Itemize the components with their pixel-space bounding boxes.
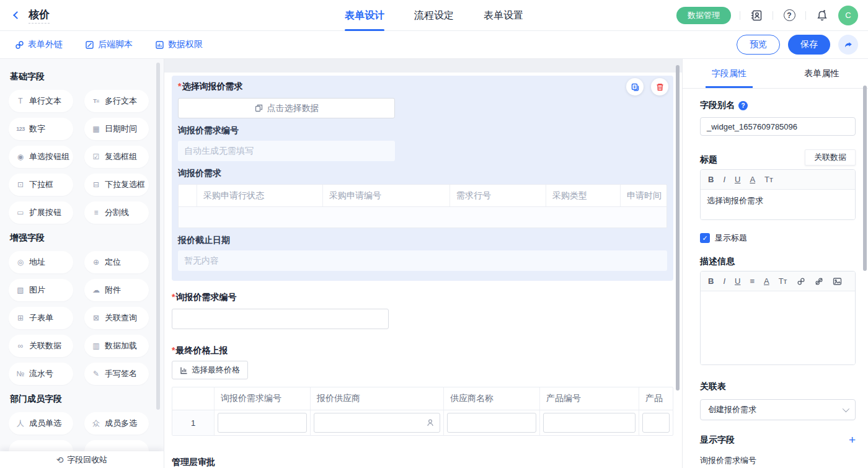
tab-flow-setting[interactable]: 流程设定 <box>413 0 455 31</box>
row-index-cell: 1 <box>172 410 215 435</box>
field-type-icon: ▧ <box>15 286 26 294</box>
remove-link-icon[interactable] <box>815 277 823 286</box>
table-header-cell: 采购类型 <box>546 185 621 206</box>
field-pill[interactable]: ◎地址 <box>9 251 73 273</box>
select-data-button[interactable]: 点击选择数据 <box>178 98 395 118</box>
font-color-icon[interactable]: A <box>764 277 769 285</box>
form-external-link-button[interactable]: 表单外链 <box>15 39 63 50</box>
related-data-button[interactable]: 关联数据 <box>805 149 856 166</box>
field-type-icon: ∞ <box>15 342 26 350</box>
field-pill[interactable]: 人成员单选 <box>9 412 73 435</box>
copy-widget-button[interactable] <box>626 78 644 95</box>
field-pill[interactable]: ⊡下拉框 <box>9 174 73 196</box>
cell-input-product-number[interactable] <box>543 413 636 433</box>
choose-final-price-button[interactable]: 选择最终价格 <box>172 361 248 379</box>
bold-icon[interactable]: B <box>708 175 714 183</box>
field-pill[interactable]: ✎手写签名 <box>84 363 149 385</box>
widget-inquiry-number[interactable]: *询报价需求编号 <box>172 292 673 329</box>
field-pill[interactable]: ◉单选按钮组 <box>9 146 73 168</box>
form-sheet: *选择询报价需求 点击选择数据 询报价需求编号 自动生成无需填写 询报价需求 采… <box>164 73 682 468</box>
field-pill[interactable]: T≡多行文本 <box>84 90 149 112</box>
widget-final-price[interactable]: *最终价格上报 选择最终价格 询报价需求编号报价供应商供应商名称产品编号产品 1 <box>172 345 673 436</box>
canvas-scrollbar[interactable] <box>676 65 680 391</box>
underline-icon[interactable]: U <box>735 175 740 183</box>
field-pill[interactable]: ▧图片 <box>9 279 73 301</box>
data-permission-button[interactable]: 数据权限 <box>155 39 203 50</box>
insert-image-icon[interactable] <box>833 277 842 286</box>
bold-icon[interactable]: B <box>708 277 714 285</box>
title-editor-content[interactable]: 选择询报价需求 <box>701 190 855 219</box>
description-editor-content[interactable] <box>701 291 855 364</box>
contacts-book-icon[interactable] <box>749 8 764 23</box>
delete-widget-button[interactable] <box>651 78 668 95</box>
preview-button[interactable]: 预览 <box>737 35 780 55</box>
selected-widget-related-data[interactable]: *选择询报价需求 点击选择数据 询报价需求编号 自动生成无需填写 询报价需求 采… <box>172 76 673 281</box>
cell-input-supplier[interactable] <box>314 413 440 433</box>
add-display-field-button[interactable]: + <box>849 434 856 446</box>
display-field-item: 询报价需求编号 <box>700 455 856 466</box>
properties-panel: 字段属性 表单属性 字段别名 ? _widget_1657609785096 标… <box>682 59 868 468</box>
help-icon[interactable]: ? <box>782 8 797 23</box>
field-pill[interactable]: ⊕定位 <box>84 251 149 273</box>
field-pill[interactable]: 众成员多选 <box>84 412 149 435</box>
backend-script-button[interactable]: 后端脚本 <box>85 39 133 50</box>
notification-bell-icon[interactable] <box>815 8 830 23</box>
font-size-icon[interactable]: Tᴛ <box>779 277 787 285</box>
field-pill-label: 单行文本 <box>29 95 61 107</box>
form-title[interactable]: 核价 <box>29 7 50 24</box>
field-pill[interactable]: ⊠关联查询 <box>84 307 149 329</box>
field-pill[interactable]: ▦日期时间 <box>84 118 149 140</box>
inquiry-number-input[interactable] <box>172 309 389 329</box>
italic-icon[interactable]: I <box>723 277 725 285</box>
field-pill[interactable]: ⊟下拉复选框 <box>84 174 149 196</box>
widget-management-approval[interactable]: 管理层审批 <box>172 457 673 468</box>
table-header-cell: 报价供应商 <box>311 387 444 410</box>
auto-number-input[interactable]: 自动生成无需填写 <box>178 141 395 161</box>
field-pill[interactable]: ▥数据加载 <box>84 335 149 357</box>
cell-input-supplier-name[interactable] <box>447 413 536 433</box>
share-button[interactable] <box>838 35 858 55</box>
cell-input-clipped[interactable] <box>642 413 670 433</box>
italic-icon[interactable]: I <box>723 175 725 183</box>
user-avatar[interactable]: C <box>838 6 858 25</box>
back-chevron-icon <box>13 11 21 19</box>
field-pill[interactable]: ≡分割线 <box>84 201 149 224</box>
panel-scrollbar[interactable] <box>863 86 867 271</box>
description-editor: B I U ≡ A Tᴛ <box>700 271 856 365</box>
section-title-member: 部门成员字段 <box>10 394 151 405</box>
font-color-icon[interactable]: A <box>750 175 755 183</box>
field-pill[interactable]: №流水号 <box>9 363 73 385</box>
field-pill[interactable]: ⊞子表单 <box>9 307 73 329</box>
data-manage-button[interactable]: 数据管理 <box>676 7 731 24</box>
field-pill[interactable]: ▭扩展按钮 <box>9 201 73 224</box>
field-pill[interactable]: ☁附件 <box>84 279 149 301</box>
field-type-icon: ⊟ <box>91 181 102 188</box>
checkbox-checked-icon[interactable]: ✓ <box>700 233 710 243</box>
main-area: 基础字段 T单行文本T≡多行文本123数字▦日期时间◉单选按钮组☑复选框组⊡下拉… <box>0 59 868 468</box>
cell-input-inquiry-number[interactable] <box>218 413 307 433</box>
field-pill[interactable]: ☑复选框组 <box>84 146 149 168</box>
align-icon[interactable]: ≡ <box>750 277 755 285</box>
field-recycle-bin[interactable]: ⟲ 字段回收站 <box>0 451 164 468</box>
save-button[interactable]: 保存 <box>788 35 830 55</box>
show-title-toggle[interactable]: ✓ 显示标题 <box>700 232 856 244</box>
underline-icon[interactable]: U <box>735 277 740 285</box>
field-pill[interactable]: T单行文本 <box>9 90 73 112</box>
field-pill[interactable]: ∞关联数据 <box>9 335 73 357</box>
sidebar-scrollbar[interactable] <box>156 63 160 410</box>
related-table-select[interactable]: 创建报价需求 <box>700 399 856 420</box>
table-header-cell: 申请时间 <box>621 185 666 206</box>
field-pill[interactable]: 123数字 <box>9 118 73 140</box>
insert-link-icon[interactable] <box>797 277 805 286</box>
tab-form-properties[interactable]: 表单属性 <box>776 59 868 88</box>
subfield-label-deadline: 报价截止日期 <box>178 235 667 246</box>
alias-input[interactable]: _widget_1657609785096 <box>700 117 856 136</box>
font-size-icon[interactable]: Tᴛ <box>764 175 773 183</box>
tab-form-setting[interactable]: 表单设置 <box>482 0 525 31</box>
tab-field-properties[interactable]: 字段属性 <box>683 59 776 88</box>
tab-form-design[interactable]: 表单设计 <box>343 0 386 31</box>
alias-help-icon[interactable]: ? <box>738 101 748 110</box>
back-button[interactable] <box>10 9 24 22</box>
field-type-icon: T≡ <box>91 99 102 104</box>
deadline-display[interactable]: 暂无内容 <box>178 250 667 271</box>
